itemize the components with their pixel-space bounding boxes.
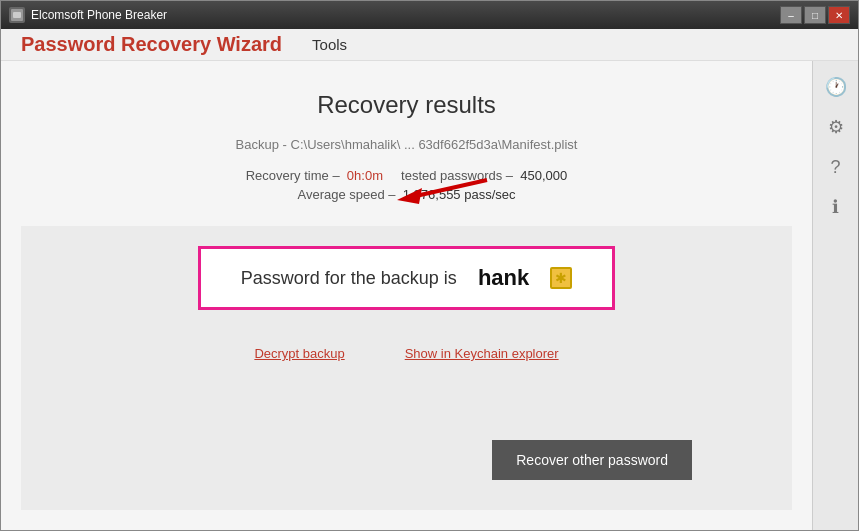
title-bar: Elcomsoft Phone Breaker – □ ✕ (1, 1, 858, 29)
tested-value: 450,000 (520, 168, 567, 183)
stats-area: Recovery time – 0h:0m tested passwords –… (21, 168, 792, 202)
info-icon[interactable]: ℹ (820, 191, 852, 223)
menu-bar: Password Recovery Wizard Tools (1, 29, 858, 61)
nav-title[interactable]: Password Recovery Wizard (11, 33, 292, 56)
result-box: Password for the backup is hank ✱ (198, 246, 616, 310)
bottom-area: Recover other password (41, 430, 772, 490)
title-bar-left: Elcomsoft Phone Breaker (9, 7, 167, 23)
tools-menu[interactable]: Tools (292, 36, 367, 53)
maximize-button[interactable]: □ (804, 6, 826, 24)
recovery-time-label: Recovery time – (246, 168, 340, 183)
svg-rect-1 (13, 12, 21, 18)
action-links: Decrypt backup Show in Keychain explorer (254, 346, 558, 361)
clock-icon[interactable]: 🕐 (820, 71, 852, 103)
svg-marker-3 (397, 188, 422, 204)
minimize-button[interactable]: – (780, 6, 802, 24)
window-title: Elcomsoft Phone Breaker (31, 8, 167, 22)
password-icon: ✱ (550, 267, 572, 289)
help-icon[interactable]: ? (820, 151, 852, 183)
decrypt-backup-link[interactable]: Decrypt backup (254, 346, 344, 361)
gray-section: Password for the backup is hank ✱ Decryp… (21, 226, 792, 510)
arrow-decoration (377, 170, 497, 228)
recover-other-button[interactable]: Recover other password (492, 440, 692, 480)
right-sidebar: 🕐 ⚙ ? ℹ (812, 61, 858, 530)
backup-path: Backup - C:\Users\hmahalik\ ... 63df662f… (236, 137, 578, 152)
page-title: Recovery results (317, 91, 496, 119)
app-window: Elcomsoft Phone Breaker – □ ✕ Password R… (0, 0, 859, 531)
password-value: hank (478, 265, 529, 291)
main-area: Recovery results Backup - C:\Users\hmaha… (1, 61, 858, 530)
result-prefix: Password for the backup is (241, 268, 457, 289)
app-icon (9, 7, 25, 23)
show-keychain-link[interactable]: Show in Keychain explorer (405, 346, 559, 361)
content-area: Recovery results Backup - C:\Users\hmaha… (1, 61, 812, 530)
gear-icon[interactable]: ⚙ (820, 111, 852, 143)
window-controls: – □ ✕ (780, 6, 850, 24)
close-button[interactable]: ✕ (828, 6, 850, 24)
